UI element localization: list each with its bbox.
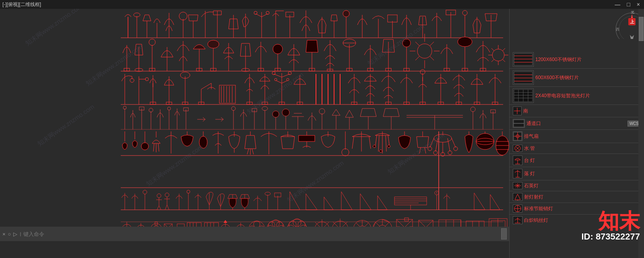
svg-point-103 [458,37,472,47]
svg-point-305 [157,194,161,198]
command-input[interactable] [23,231,499,237]
svg-point-325 [265,192,270,195]
panel-label-6: 排气扇 [524,133,641,140]
panel-label-1: 1200X600不锈钢灯片 [535,56,641,63]
thumb-7 [513,145,522,152]
titlebar: [-][俯视][二维线框] — □ × [0,0,644,9]
svg-line-266 [369,137,371,149]
window-controls[interactable]: — □ × [613,1,642,8]
thumb-9 [513,169,522,178]
svg-line-96 [415,42,419,46]
command-bar[interactable]: × ○ ▷ | [0,227,509,241]
play-icon[interactable]: ▷ [13,231,17,237]
svg-point-121 [145,78,149,81]
panel-label-7: 水 管 [524,145,641,152]
svg-line-282 [436,138,438,152]
panel-item-8[interactable]: 台 灯 [510,155,644,166]
svg-line-313 [165,205,167,210]
panel-item-3[interactable]: 2X40带电容短暂泡光灯片 [510,88,644,104]
brand-watermark: 知末 ID: 873522277 [581,211,640,242]
compass: 北 南 东 西 上 [614,11,642,39]
svg-point-54 [149,39,155,45]
command-scrollbar[interactable] [501,228,507,240]
panel-item-4[interactable]: 南 [510,106,644,116]
svg-point-245 [199,136,207,148]
svg-line-308 [157,206,159,210]
svg-line-239 [158,143,159,152]
svg-text:北: 北 [631,11,634,14]
svg-line-273 [386,135,386,152]
svg-line-114 [502,59,505,62]
svg-text:西: 西 [616,27,619,31]
svg-line-277 [419,147,421,154]
svg-rect-258 [299,135,315,141]
svg-point-228 [471,107,475,112]
svg-point-62 [208,40,219,48]
svg-point-317 [187,190,190,193]
svg-line-278 [425,147,426,154]
svg-point-153 [288,72,291,75]
svg-point-26 [266,11,269,14]
brand-id: ID: 873522277 [581,231,640,242]
svg-point-304 [143,190,147,194]
svg-point-375 [272,220,279,227]
scroll-thumb[interactable] [639,17,644,41]
close-button[interactable]: × [635,1,642,8]
panel-label-3: 2X40带电容短暂泡光灯片 [535,92,641,99]
search-icon[interactable]: ○ [8,231,11,237]
svg-line-132 [201,83,211,89]
thumb-12 [513,205,522,213]
thumb-11 [513,193,522,201]
panel-label-4: 南 [523,108,641,115]
cad-drawing [0,9,509,241]
svg-point-235 [141,143,149,150]
svg-rect-135 [219,85,235,103]
svg-line-284 [448,138,450,152]
thumb-2 [513,70,534,85]
title-text: [-][俯视][二维线框] [2,1,41,8]
panel-label-10: 石英灯 [524,182,641,189]
svg-point-71 [273,44,283,54]
svg-rect-466 [514,53,533,66]
svg-line-265 [352,137,354,149]
svg-line-97 [430,42,434,46]
svg-text:上: 上 [630,19,635,24]
svg-point-91 [417,44,432,58]
svg-line-238 [153,143,154,152]
panel-item-1[interactable]: 1200X600不锈钢灯片 [510,51,644,68]
svg-line-150 [276,80,282,83]
close-icon[interactable]: × [2,231,6,237]
panel-label-2: 600X600不锈钢灯片 [535,74,641,81]
panel-item-9[interactable]: 落 灯 [510,168,644,179]
panel-item-2[interactable]: 600X600不锈钢灯片 [510,70,644,86]
thumb-3 [513,88,534,103]
svg-point-310 [165,193,169,197]
panel-label-11: 射灯射灯 [524,194,641,201]
thumb-4 [513,106,522,115]
panel-item-11[interactable]: 射灯射灯 [510,192,644,202]
svg-point-204 [231,106,235,111]
svg-marker-456 [630,35,634,39]
svg-line-112 [502,48,505,51]
svg-line-309 [159,206,161,210]
svg-line-314 [167,205,169,210]
svg-point-46 [462,10,467,15]
panel-label-5: 通道口 [526,120,626,127]
svg-point-262 [342,149,349,156]
panel-item-5[interactable]: 通道口 WCS [510,118,644,129]
svg-point-25 [254,11,257,14]
right-panel: 北 南 东 西 上 1200X600不锈钢灯片 [509,9,644,258]
thumb-8 [513,156,522,165]
svg-line-411 [356,223,360,227]
panel-item-7[interactable]: 水 管 [510,144,644,153]
svg-rect-470 [514,72,533,84]
cad-viewport[interactable]: 知末网www.znzmo.com 知末网www.znzmo.com 知末网www… [0,9,509,241]
thumb-10 [513,182,522,189]
svg-line-251 [247,149,249,154]
maximize-button[interactable]: □ [625,1,632,8]
svg-point-89 [402,39,411,47]
panel-item-10[interactable]: 石英灯 [510,181,644,190]
panel-item-6[interactable]: 排气扇 [510,131,644,142]
thumb-6 [513,131,522,141]
minimize-button[interactable]: — [613,1,622,8]
